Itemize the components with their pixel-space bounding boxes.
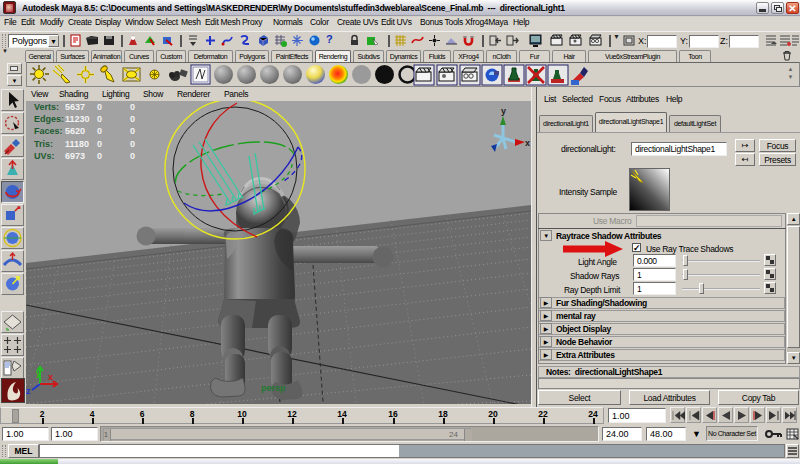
svg-text:z: z	[26, 386, 31, 396]
svg-text:UVs:: UVs:	[34, 151, 55, 161]
svg-text:Edges:: Edges:	[34, 114, 64, 124]
svg-text:Tris:: Tris:	[34, 139, 53, 149]
svg-text:0: 0	[130, 139, 135, 149]
svg-text:0: 0	[97, 126, 102, 136]
svg-text:0: 0	[97, 139, 102, 149]
svg-text:persp: persp	[261, 383, 286, 393]
svg-text:6973: 6973	[65, 151, 85, 161]
svg-text:0: 0	[130, 114, 135, 124]
svg-text:y: y	[501, 106, 506, 116]
svg-text:Verts:: Verts:	[34, 102, 59, 112]
svg-text:x: x	[48, 372, 53, 382]
svg-text:0: 0	[130, 151, 135, 161]
svg-text:y: y	[36, 368, 41, 378]
svg-text:5637: 5637	[65, 102, 85, 112]
svg-text:0: 0	[130, 126, 135, 136]
svg-text:x: x	[525, 138, 530, 148]
svg-text:0: 0	[130, 102, 135, 112]
svg-text:5620: 5620	[65, 126, 85, 136]
svg-text:11230: 11230	[65, 114, 90, 124]
svg-text:0: 0	[97, 114, 102, 124]
svg-text:11180: 11180	[65, 139, 89, 149]
svg-text:0: 0	[97, 151, 102, 161]
svg-text:0: 0	[97, 102, 102, 112]
svg-text:Faces:: Faces:	[34, 126, 63, 136]
